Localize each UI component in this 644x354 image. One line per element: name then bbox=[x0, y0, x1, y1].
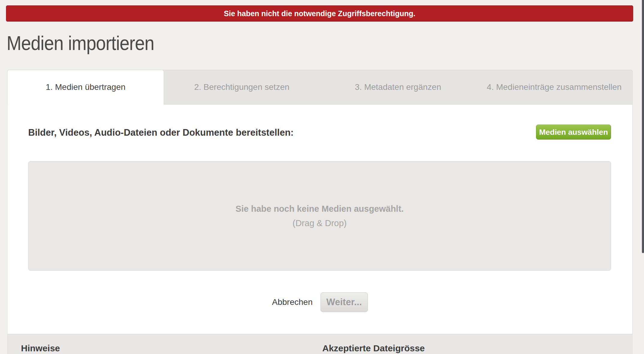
footer-heading-dateigroesse: Akzeptierte Dateigrösse bbox=[322, 343, 425, 353]
upload-heading: Bilder, Videos, Audio-Dateien oder Dokum… bbox=[28, 127, 294, 138]
dropzone-dragdrop-hint: (Drag & Drop) bbox=[293, 218, 347, 228]
tab-berechtigungen-setzen[interactable]: 2. Berechtigungen setzen bbox=[164, 70, 320, 104]
tab-label: 4. Medieneinträge zusammenstellen bbox=[487, 82, 622, 92]
dropzone-empty-text: Sie habe noch keine Medien ausgewählt. bbox=[236, 204, 404, 214]
tab-medien-uebertragen[interactable]: 1. Medien übertragen bbox=[7, 70, 164, 104]
cancel-link[interactable]: Abbrechen bbox=[272, 297, 312, 307]
page-title: Medien importieren bbox=[7, 32, 154, 55]
tab-label: 3. Metadaten ergänzen bbox=[355, 82, 441, 92]
select-media-button[interactable]: Medien auswählen bbox=[536, 125, 611, 140]
next-button[interactable]: Weiter... bbox=[321, 292, 368, 312]
scrollbar-thumb[interactable] bbox=[642, 0, 644, 253]
tab-labels: 1. Medien übertragen 2. Berechtigungen s… bbox=[7, 70, 632, 104]
info-footer bbox=[7, 334, 633, 354]
tab-content-panel: Bilder, Videos, Audio-Dateien oder Dokum… bbox=[7, 105, 633, 334]
tab-metadaten-ergaenzen[interactable]: 3. Metadaten ergänzen bbox=[320, 70, 476, 104]
footer-heading-hinweise: Hinweise bbox=[21, 343, 60, 353]
tab-label: 1. Medien übertragen bbox=[46, 82, 125, 92]
tab-label: 2. Berechtigungen setzen bbox=[194, 82, 290, 92]
media-dropzone[interactable]: Sie habe noch keine Medien ausgewählt. (… bbox=[28, 161, 611, 271]
alert-message: Sie haben nicht die notwendige Zugriffsb… bbox=[224, 9, 416, 18]
wizard-tabbar: 1. Medien übertragen 2. Berechtigungen s… bbox=[7, 70, 633, 105]
tab-medieneintraege-zusammenstellen[interactable]: 4. Medieneinträge zusammenstellen bbox=[476, 70, 632, 104]
wizard-actions: Abbrechen Weiter... bbox=[7, 292, 632, 312]
permission-alert-banner: Sie haben nicht die notwendige Zugriffsb… bbox=[6, 5, 633, 22]
